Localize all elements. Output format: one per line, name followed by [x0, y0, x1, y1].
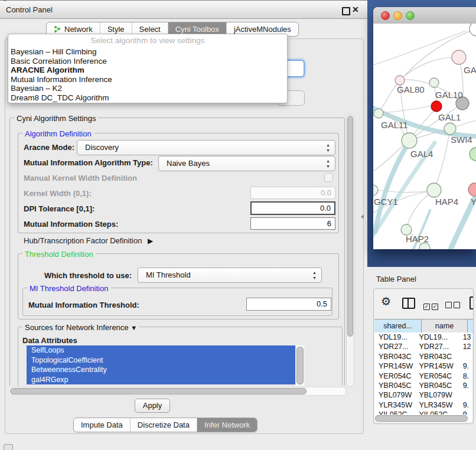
algorithm-option[interactable]: Basic Correlation Inference [8, 57, 287, 66]
settings-horizontal-scrollbar-thumb[interactable] [10, 388, 307, 394]
apply-button[interactable]: Apply [135, 399, 170, 413]
algorithm-option[interactable]: Bayesian – K2 [8, 84, 287, 93]
tab-impute-data[interactable]: Impute Data [74, 418, 130, 432]
docked-panel-icon[interactable] [4, 444, 13, 450]
network-window-titlebar [373, 7, 476, 24]
network-node-gal80[interactable] [395, 76, 405, 85]
algorithm-option[interactable]: ARACNE Algorithm [8, 66, 287, 75]
mi-steps-field[interactable]: 6 [250, 217, 335, 230]
table-row[interactable]: YLR345WYLR345W9. [374, 400, 472, 410]
network-node-labels: GALGAL80GAL10GAL1GAL11SWI4GAL4GCY1HAP4YH… [374, 65, 476, 244]
cyni-bottom-tabbar: Impute Data Discretize Data Infer Networ… [73, 418, 257, 432]
network-node[interactable] [470, 24, 476, 36]
algorithm-definition-title: Algorithm Definition [22, 129, 94, 138]
table-horizontal-scrollbar[interactable] [375, 415, 472, 422]
mi-threshold-field[interactable]: 0.5 [246, 298, 331, 311]
network-node-gal[interactable] [452, 50, 466, 64]
mi-threshold-definition-title: MI Threshold Definition [27, 284, 110, 293]
table-cell: YPR145W [374, 361, 418, 371]
data-attribute-item[interactable]: SelfLoops [27, 345, 295, 356]
float-window-icon[interactable] [342, 7, 350, 15]
select-columns-icon[interactable] [402, 298, 415, 309]
hub-tf-definition-toggle[interactable]: Hub/Transcription Factor Definition ▶ [24, 236, 153, 245]
table-cell [460, 390, 472, 400]
network-node-gal4[interactable] [402, 133, 417, 148]
mi-threshold-label: Mutual Information Threshold: [28, 301, 139, 309]
settings-vertical-scrollbar[interactable] [346, 114, 354, 387]
table-cell: YBR045C [374, 381, 418, 390]
algorithm-option[interactable]: Mutual Information Inference [8, 75, 287, 84]
network-node-gal1[interactable] [431, 101, 442, 112]
network-node-y[interactable] [468, 183, 476, 196]
settings-viewport: Cyni Algorithm Settings Algorithm Defini… [8, 114, 345, 386]
zoom-traffic-light[interactable] [406, 11, 415, 20]
mi-algorithm-type-value: Naive Bayes [167, 156, 210, 171]
table-cell: YBL079W [418, 390, 460, 400]
network-tab-icon [54, 25, 61, 33]
control-panel-window: Control Panel ✕ Network Style Select Cyn… [0, 0, 367, 450]
node-label: GAL4 [410, 149, 433, 159]
network-node-swi4[interactable] [444, 123, 456, 135]
table-row[interactable]: YER054CYER054C8. [374, 371, 472, 381]
table-cell: YDR27... [418, 342, 460, 351]
tab-discretize-data-label: Discretize Data [138, 418, 190, 432]
checked-box-icon: ✓ [432, 304, 438, 310]
network-node-gcy1[interactable] [373, 185, 378, 195]
data-attributes-label: Data Attributes [22, 336, 77, 345]
settings-horizontal-scrollbar[interactable] [8, 387, 346, 396]
tab-discretize-data[interactable]: Discretize Data [130, 418, 197, 432]
mi-algorithm-type-combo[interactable]: Naive Bayes ▲▼ [158, 156, 335, 171]
aracne-mode-combo[interactable]: Discovery ▲▼ [77, 140, 335, 155]
column-header[interactable] [468, 319, 474, 332]
table-row[interactable]: YBR043CYBR043C [374, 352, 472, 361]
table-horizontal-scrollbar-thumb[interactable] [375, 415, 468, 422]
column-header[interactable]: shared... [374, 319, 422, 332]
column-header[interactable]: name [422, 319, 468, 332]
sources-title: Sources for Network Inference [25, 323, 129, 332]
manual-kernel-width-checkbox[interactable] [324, 173, 333, 182]
export-table-icon[interactable] [470, 296, 474, 309]
gear-icon[interactable]: ⚙ [381, 296, 391, 307]
network-node[interactable] [470, 148, 476, 161]
algorithm-option[interactable]: Bayesian – Hill Climbing [8, 47, 287, 57]
table-row[interactable]: YBL079WYBL079W [374, 390, 472, 400]
algorithm-option[interactable]: Dream8 DC_TDC Algorithm [8, 93, 287, 103]
tab-infer-network[interactable]: Infer Network [197, 418, 257, 432]
network-node-gal11[interactable] [374, 109, 383, 118]
attributes-scrollbar[interactable] [296, 345, 304, 386]
settings-vertical-scrollbar-thumb[interactable] [347, 116, 353, 337]
algorithm-popup-list: Bayesian – Hill ClimbingBasic Correlatio… [8, 47, 287, 102]
close-traffic-light[interactable] [381, 11, 390, 20]
control-panel-title: Control Panel [6, 5, 53, 14]
checked-box-icon: ✓ [423, 304, 430, 310]
table-cell: 13 [460, 332, 472, 342]
data-attribute-item[interactable]: BetweennessCentrality [27, 365, 295, 375]
minimize-traffic-light[interactable] [393, 11, 402, 20]
attributes-scrollbar-thumb[interactable] [296, 347, 304, 384]
sources-toggle[interactable]: Sources for Network Inference ▼ [22, 323, 139, 332]
splitter-collapse-arrow[interactable] [361, 214, 364, 219]
network-canvas[interactable]: GALGAL80GAL10GAL1GAL11SWI4GAL4GCY1HAP4YH… [373, 24, 476, 249]
kernel-width-field[interactable]: 0.0 [250, 187, 335, 199]
data-attribute-item[interactable]: gal4RGexp [27, 375, 295, 385]
network-node-gal10[interactable] [429, 78, 439, 87]
table-row[interactable]: YPR145WYPR145W9. [374, 361, 472, 371]
network-view-window: GALGAL80GAL10GAL1GAL11SWI4GAL4GCY1HAP4YH… [373, 7, 476, 249]
which-threshold-label: Which threshold to use: [44, 271, 132, 280]
table-cell: YPR145W [418, 361, 460, 371]
table-row[interactable]: YBR045CYBR045C9. [374, 381, 472, 390]
deselect-all-icon[interactable] [445, 300, 462, 311]
table-cell: YBR045C [418, 381, 460, 390]
table-row[interactable]: YDR27...YDR27...12 [374, 342, 472, 351]
select-all-icon[interactable]: ✓✓ [423, 300, 440, 311]
data-attribute-item[interactable]: TopologicalCoefficient [27, 356, 295, 366]
table-row[interactable]: YDL19...YDL19...13 [374, 332, 472, 342]
mi-algorithm-type-label: Mutual Information Algorithm Type: [24, 158, 153, 167]
dpi-tolerance-field[interactable]: 0.0 [250, 201, 335, 215]
node-label: GAL [464, 65, 476, 75]
node-label: GAL11 [381, 120, 408, 130]
network-node-hap4[interactable] [427, 183, 441, 197]
algorithm-dropdown-popup: Select algorithm to view settings Bayesi… [8, 34, 288, 103]
close-icon[interactable]: ✕ [352, 5, 359, 14]
which-threshold-combo[interactable]: MI Threshold ▲▼ [138, 268, 322, 283]
